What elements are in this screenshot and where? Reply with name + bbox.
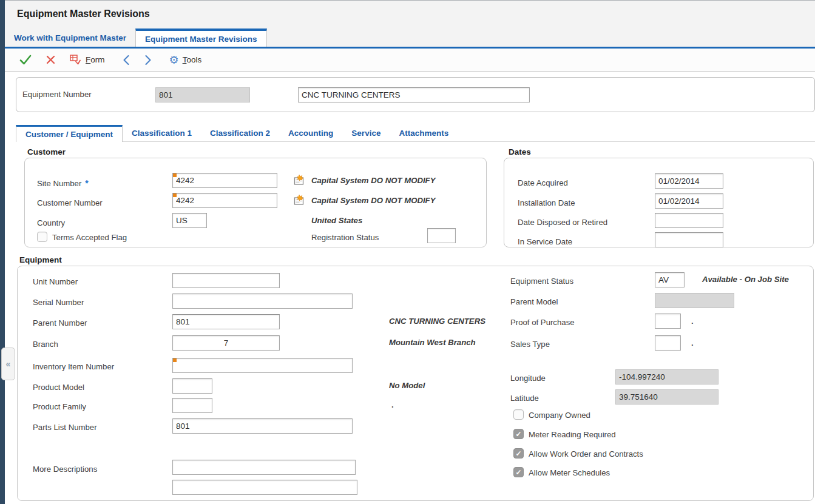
company-owned-checkbox[interactable] [513,409,524,420]
next-record-button[interactable] [140,53,157,67]
chevron-left-icon [122,55,130,66]
tab-equipment-master-revisions[interactable]: Equipment Master Revisions [135,29,267,47]
site-number-description: Capital System DO NOT MODIFY [311,176,435,185]
parent-number-label: Parent Number [33,318,87,328]
collapse-chevrons-icon: « [6,359,11,369]
equipment-number-field [155,87,250,102]
tools-menu-label: Tools [183,55,202,64]
previous-record-button[interactable] [118,53,135,67]
in-service-date-label: In Service Date [518,237,572,246]
customer-number-description: Capital System DO NOT MODIFY [311,196,435,205]
form-menu-icon [69,54,82,66]
media-object-icon[interactable] [294,194,306,206]
tools-menu-button[interactable]: Tools [165,53,206,67]
tab-customer-equipment[interactable]: Customer / Equipment [16,125,123,142]
serial-number-field[interactable] [172,294,353,309]
customer-number-input-wrap [172,193,277,208]
installation-date-field[interactable] [655,193,723,209]
company-owned-label: Company Owned [529,411,590,420]
product-family-description: . [391,400,394,409]
page-title: Equipment Master Revisions [17,8,150,19]
media-object-icon[interactable] [294,174,306,186]
equipment-group-heading: Equipment [19,255,62,264]
terms-accepted-checkbox[interactable] [37,232,47,242]
unit-number-field[interactable] [172,273,280,288]
sales-type-description: . [691,338,694,348]
form-menu-label: Form [86,55,105,64]
side-panel-collapse-handle[interactable]: « [1,348,15,380]
branch-field[interactable] [172,335,280,351]
tab-service[interactable]: Service [342,125,390,141]
chevron-right-icon [144,55,152,66]
sales-type-field[interactable] [655,335,681,351]
meter-reading-required-checkbox [513,429,524,439]
inventory-item-input-wrap [172,358,353,373]
breadcrumb-tab-bar: Work with Equipment Master Equipment Mas… [5,29,815,49]
date-acquired-field[interactable] [655,173,723,189]
parent-model-field [655,293,734,308]
site-number-field[interactable] [172,173,277,188]
required-asterisk: * [85,178,88,188]
check-icon [19,54,32,66]
tab-classification-1[interactable]: Classification 1 [123,125,201,141]
tab-work-with-equipment-master[interactable]: Work with Equipment Master [5,29,135,47]
branch-label: Branch [33,340,58,349]
customer-number-label: Customer Number [37,198,103,207]
registration-status-label: Registration Status [311,233,379,242]
toolbar: Form Tools [5,49,815,72]
proof-of-purchase-field[interactable] [655,314,681,329]
product-model-field[interactable] [172,378,212,394]
inventory-item-number-label: Inventory Item Number [33,362,114,371]
country-label: Country [37,218,65,227]
allow-meter-schedules-checkbox [513,467,524,477]
cancel-button[interactable] [41,53,60,67]
product-family-label: Product Family [33,402,86,411]
customer-group-box: Site Number* Capital System DO NOT MODIF… [24,158,487,247]
country-description: United States [311,216,362,225]
installation-date-label: Installation Date [518,198,575,207]
longitude-field [615,369,719,385]
parent-number-field[interactable] [172,314,280,329]
site-number-input-wrap [172,173,277,188]
inventory-item-number-field[interactable] [172,358,353,373]
ok-button[interactable] [15,52,36,67]
equipment-description-field[interactable] [298,87,530,102]
customer-group-heading: Customer [27,147,66,156]
date-acquired-label: Date Acquired [518,178,568,187]
parent-number-description: CNC TURNING CENTERS [389,317,485,326]
allow-work-order-checkbox [513,448,524,459]
equipment-group-box: Unit Number Serial Number Parent Number … [17,266,814,501]
country-field[interactable] [172,213,207,228]
form-menu-button[interactable]: Form [65,52,109,67]
unit-number-label: Unit Number [33,277,78,286]
in-service-date-field[interactable] [655,232,723,247]
more-descriptions-field-1[interactable] [172,460,356,475]
product-model-description: No Model [389,381,425,390]
allow-meter-schedules-label: Allow Meter Schedules [529,468,610,477]
more-descriptions-field-2[interactable] [172,480,357,495]
side-panel-strip [0,0,5,504]
date-disposed-label: Date Disposed or Retired [518,218,607,227]
dates-group-heading: Dates [509,147,531,156]
registration-status-field[interactable] [427,228,456,243]
window-header: Equipment Master Revisions [5,0,815,29]
proof-of-purchase-label: Proof of Purchase [510,318,575,327]
latitude-field [615,389,719,405]
sales-type-label: Sales Type [510,340,550,349]
tab-accounting[interactable]: Accounting [279,125,342,141]
date-disposed-field[interactable] [655,213,723,228]
product-family-field[interactable] [172,398,212,413]
equipment-number-header: Equipment Number [16,77,815,112]
latitude-label: Latitude [510,394,539,403]
customer-number-field[interactable] [172,193,277,208]
equipment-status-description: Available - On Job Site [702,275,789,284]
parts-list-number-field[interactable] [172,418,353,434]
equipment-status-field[interactable] [655,272,685,287]
product-model-label: Product Model [33,383,84,392]
site-number-label: Site Number* [37,178,89,188]
meter-reading-required-label: Meter Reading Required [529,430,616,439]
equipment-number-label: Equipment Number [22,90,92,99]
tab-classification-2[interactable]: Classification 2 [201,125,279,141]
gear-icon [169,55,179,66]
tab-attachments[interactable]: Attachments [390,125,458,141]
